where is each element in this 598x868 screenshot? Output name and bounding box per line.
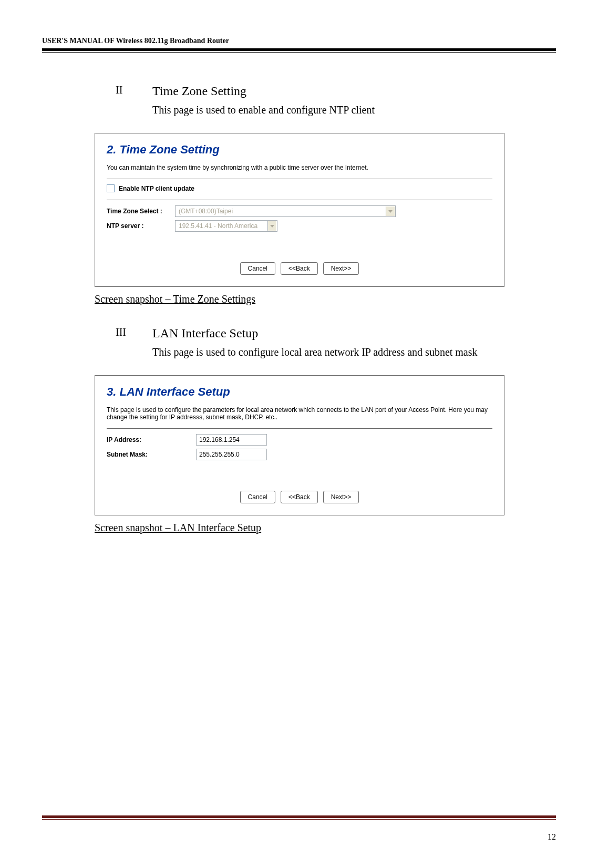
lan-divider: [107, 428, 492, 429]
lan-button-row: Cancel <<Back Next>>: [107, 491, 492, 503]
ntp-server-label: NTP server :: [107, 222, 175, 230]
subnet-mask-row: Subnet Mask:: [107, 449, 492, 460]
tz-select-row: Time Zone Select : (GMT+08:00)Taipei: [107, 205, 492, 217]
section-iii-desc: This page is used to configure local are…: [152, 344, 556, 360]
ip-address-label: IP Address:: [107, 436, 196, 443]
ntp-server-row: NTP server : 192.5.41.41 - North America: [107, 220, 492, 232]
footer: 12: [42, 815, 556, 842]
tz-panel-subtitle: You can maintain the system time by sync…: [107, 164, 492, 171]
roman-iii: III: [116, 326, 152, 340]
ntp-server-value: 192.5.41.41 - North America: [179, 222, 257, 230]
svg-marker-1: [270, 225, 274, 228]
next-button[interactable]: Next>>: [323, 491, 359, 503]
tz-button-row: Cancel <<Back Next>>: [107, 262, 492, 275]
roman-ii: II: [116, 84, 152, 98]
section-ii-header: II Time Zone Setting: [95, 84, 556, 98]
tz-divider: [107, 179, 492, 179]
subnet-mask-input[interactable]: [196, 449, 267, 460]
lan-panel-title: 3. LAN Interface Setup: [107, 385, 492, 399]
cancel-button[interactable]: Cancel: [240, 262, 275, 275]
back-button[interactable]: <<Back: [281, 262, 318, 275]
chevron-down-icon: [267, 221, 276, 231]
doc-header: USER'S MANUAL OF Wireless 802.11g Broadb…: [42, 37, 556, 45]
tz-divider-2: [107, 200, 492, 200]
section-iii-header: III LAN Interface Setup: [95, 326, 556, 340]
cancel-button[interactable]: Cancel: [240, 491, 275, 503]
lan-caption: Screen snapshot – LAN Interface Setup: [95, 522, 556, 534]
tz-caption: Screen snapshot – Time Zone Settings: [95, 293, 556, 305]
header-rule-thick: [42, 48, 556, 51]
tz-select-label: Time Zone Select :: [107, 208, 175, 215]
time-zone-panel: 2. Time Zone Setting You can maintain th…: [95, 133, 504, 287]
back-button[interactable]: <<Back: [281, 491, 318, 503]
header-rule-thin: [42, 52, 556, 53]
ntp-enable-checkbox[interactable]: [107, 184, 115, 192]
page-number: 12: [42, 832, 556, 842]
section-ii-desc: This page is used to enable and configur…: [152, 101, 556, 118]
next-button[interactable]: Next>>: [323, 262, 359, 275]
ip-address-input[interactable]: [196, 434, 267, 446]
section-ii-title: Time Zone Setting: [152, 84, 246, 98]
tz-select[interactable]: (GMT+08:00)Taipei: [175, 205, 396, 217]
ntp-enable-row: Enable NTP client update: [107, 184, 492, 192]
lan-panel-subtitle: This page is used to configure the param…: [107, 406, 492, 421]
tz-panel-title: 2. Time Zone Setting: [107, 143, 492, 157]
section-iii-title: LAN Interface Setup: [152, 326, 258, 340]
ip-address-row: IP Address:: [107, 434, 492, 446]
chevron-down-icon: [386, 206, 395, 216]
subnet-mask-label: Subnet Mask:: [107, 451, 196, 458]
footer-rule-thin: [42, 819, 556, 820]
ntp-server-select[interactable]: 192.5.41.41 - North America: [175, 220, 277, 232]
ntp-enable-label: Enable NTP client update: [119, 185, 194, 192]
svg-marker-0: [388, 210, 393, 213]
tz-select-value: (GMT+08:00)Taipei: [179, 208, 233, 215]
lan-panel: 3. LAN Interface Setup This page is used…: [95, 375, 504, 515]
footer-rule-thick: [42, 815, 556, 818]
